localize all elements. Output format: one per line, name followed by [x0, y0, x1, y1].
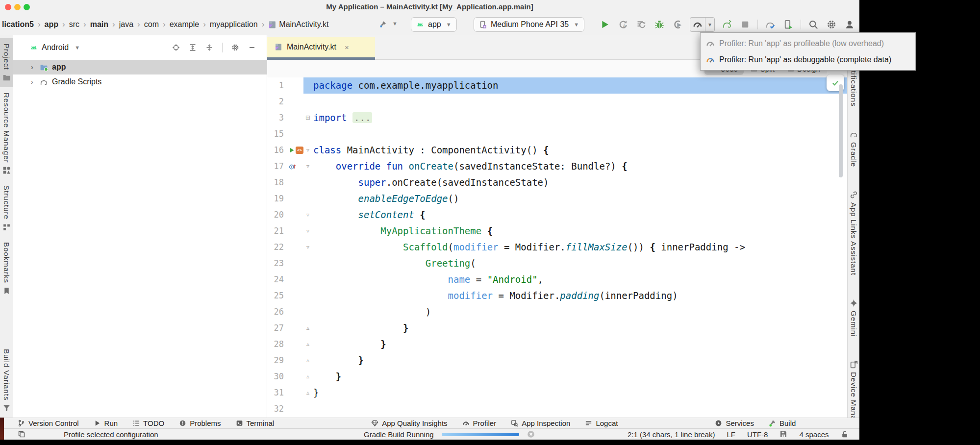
tool-window-button-app-inspection[interactable]: App Inspection	[511, 419, 570, 427]
breadcrumb-item-java[interactable]: java	[119, 20, 133, 29]
tool-stripe-app-links-assistant[interactable]: App Links Assistant	[848, 185, 859, 281]
code-line-20[interactable]: 20▿ setContent {	[267, 207, 847, 223]
overriding-method-icon[interactable]	[289, 163, 296, 170]
save-icon[interactable]	[779, 430, 787, 438]
editor-scrollbar[interactable]	[839, 84, 843, 177]
fold-marker-icon[interactable]: ▵	[303, 352, 312, 369]
breadcrumb-item-myapplication[interactable]: myapplication	[210, 20, 258, 29]
run-configuration-select[interactable]: app ▼	[411, 17, 457, 32]
code-line-18[interactable]: 18 super.onCreate(savedInstanceState)	[267, 174, 847, 191]
tool-stripe-gradle[interactable]: Gradle	[848, 125, 859, 173]
tool-window-button-profiler[interactable]: Profiler	[462, 419, 497, 427]
tool-window-button-terminal[interactable]: Terminal	[236, 419, 275, 427]
fold-marker-icon[interactable]: ▿	[303, 239, 312, 255]
fold-marker-icon[interactable]: ▵	[303, 336, 312, 352]
breadcrumb-item-com[interactable]: com	[144, 20, 159, 29]
tool-window-button-services[interactable]: Services	[715, 419, 754, 427]
project-view-selector[interactable]: Android	[42, 43, 69, 52]
project-tree-item-gradle-scripts[interactable]: ›Gradle Scripts	[13, 74, 267, 89]
collapse-all-icon[interactable]	[205, 44, 213, 51]
tool-window-button-version-control[interactable]: Version Control	[18, 419, 79, 427]
tool-stripe-project[interactable]: Project	[0, 38, 13, 87]
fold-marker-icon[interactable]: ▿	[303, 207, 312, 223]
apply-code-changes-button[interactable]	[635, 19, 647, 30]
line-separator[interactable]: LF	[727, 430, 735, 439]
code-line-19[interactable]: 19 enableEdgeToEdge()	[267, 191, 847, 207]
file-encoding[interactable]: UTF-8	[747, 430, 768, 439]
layers-icon[interactable]	[18, 430, 25, 438]
device-select[interactable]: Medium Phone API 35 ▼	[474, 17, 584, 32]
code-line-23[interactable]: 23 Greeting(	[267, 255, 847, 272]
fold-marker-icon[interactable]: ▿	[303, 158, 312, 174]
run-class-icon[interactable]	[289, 147, 295, 153]
code-line-25[interactable]: 25 modifier = Modifier.padding(innerPadd…	[267, 288, 847, 304]
indent-setting[interactable]: 4 spaces	[799, 430, 829, 439]
gradle-status-button[interactable]	[764, 19, 776, 30]
chevron-down-icon[interactable]: ▼	[75, 45, 80, 50]
code-line-31[interactable]: 31▵}	[267, 385, 847, 401]
code-line-30[interactable]: 30▵ }	[267, 369, 847, 385]
expand-chevron-icon[interactable]: ›	[31, 63, 36, 71]
profiler-chevron-down-icon[interactable]: ▼	[705, 18, 714, 31]
code-line-32[interactable]: 32	[267, 401, 847, 417]
fold-marker-icon[interactable]: ▵	[303, 369, 312, 385]
tool-stripe-resource-manager[interactable]: Resource Manager	[0, 87, 13, 180]
cancel-build-icon[interactable]	[527, 430, 535, 438]
code-line-16[interactable]: 16<>▿class MainActivity : ComponentActiv…	[267, 142, 847, 158]
compose-preview-icon[interactable]: <>	[296, 147, 303, 154]
tool-window-button-app-quality-insights[interactable]: App Quality Insights	[371, 419, 447, 427]
tool-stripe-gemini[interactable]: Gemini	[848, 294, 859, 343]
tool-window-button-problems[interactable]: Problems	[179, 419, 221, 427]
code-line-15[interactable]: 15	[267, 126, 847, 142]
hide-panel-icon[interactable]	[248, 44, 256, 51]
code-line-2[interactable]: 2	[267, 94, 847, 110]
project-tree-item-app[interactable]: ›app	[13, 60, 267, 74]
code-line-21[interactable]: 21▿ MyApplicationTheme {	[267, 223, 847, 239]
breadcrumb-item-example[interactable]: example	[170, 20, 199, 29]
fold-marker-icon[interactable]: ▵	[303, 320, 312, 336]
code-line-24[interactable]: 24 name = "Android",	[267, 272, 847, 288]
breadcrumb-item-app[interactable]: app	[45, 20, 58, 29]
close-tab-icon[interactable]: ×	[345, 43, 349, 51]
code-line-29[interactable]: 29▵ }	[267, 352, 847, 369]
profile-app-button[interactable]	[672, 19, 683, 30]
build-chevron-down-icon[interactable]: ▼	[392, 21, 398, 26]
profiler-menu-item-profileable[interactable]: Profiler: Run 'app' as profileable (low …	[701, 35, 915, 51]
breadcrumb-item-main[interactable]: main	[90, 20, 108, 29]
unlock-icon[interactable]	[841, 430, 849, 438]
breadcrumb-item-lication5[interactable]: lication5	[2, 20, 34, 29]
account-button[interactable]	[844, 19, 855, 30]
search-everywhere-button[interactable]	[807, 19, 819, 30]
fold-marker-icon[interactable]: ⊞	[303, 110, 312, 126]
settings-button[interactable]	[826, 19, 837, 30]
running-devices-button[interactable]	[782, 19, 794, 30]
tool-stripe-build-variants[interactable]: Build Variants	[0, 344, 13, 418]
tool-window-button-run[interactable]: Run	[94, 419, 118, 427]
profiler-dropdown-button[interactable]	[690, 19, 705, 30]
select-opened-file-icon[interactable]	[172, 44, 180, 51]
tool-stripe-bookmarks[interactable]: Bookmarks	[0, 237, 13, 300]
code-line-17[interactable]: 17▿ override fun onCreate(savedInstanceS…	[267, 158, 847, 174]
fold-marker-icon[interactable]: ▿	[303, 142, 312, 158]
code-line-28[interactable]: 28▵ }	[267, 336, 847, 352]
tool-window-button-todo[interactable]: TODO	[132, 419, 164, 427]
code-line-26[interactable]: 26 )	[267, 304, 847, 320]
code-line-1[interactable]: 1package com.example.myapplication	[267, 77, 847, 94]
fold-marker-icon[interactable]: ▵	[303, 385, 312, 401]
breadcrumb-item-src[interactable]: src	[69, 20, 79, 29]
breadcrumb-item-mainactivity-kt[interactable]: MainActivity.kt	[268, 20, 328, 29]
tool-window-button-logcat[interactable]: Logcat	[585, 419, 618, 427]
expand-chevron-icon[interactable]: ›	[31, 78, 36, 86]
panel-settings-gear-icon[interactable]	[231, 44, 239, 51]
debug-button[interactable]	[653, 19, 665, 30]
code-line-22[interactable]: 22▿ Scaffold(modifier = Modifier.fillMax…	[267, 239, 847, 255]
code-line-3[interactable]: 3⊞import ...	[267, 110, 847, 126]
expand-all-icon[interactable]	[189, 44, 197, 51]
sync-project-gradle-button[interactable]	[721, 19, 733, 30]
apply-changes-restart-button[interactable]: A	[617, 19, 629, 30]
code-line-27[interactable]: 27▵ }	[267, 320, 847, 336]
profiler-menu-item-debuggable[interactable]: Profiler: Run 'app' as debuggable (compl…	[701, 51, 915, 68]
build-hammer-button[interactable]	[377, 19, 389, 30]
tool-window-button-build[interactable]: Build	[769, 419, 796, 427]
code-area[interactable]: 1package com.example.myapplication23⊞imp…	[267, 77, 847, 417]
